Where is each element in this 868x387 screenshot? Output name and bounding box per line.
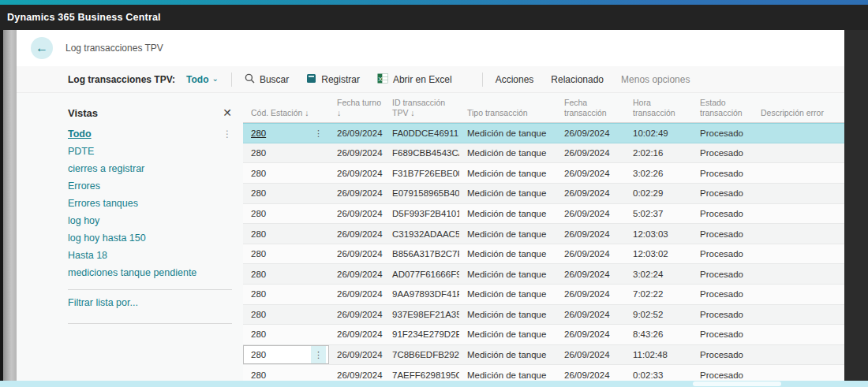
station-code-link[interactable]: 280 — [251, 128, 266, 138]
table-row[interactable]: 280⋮26/09/2024FA0DDCE46911...Medición de… — [243, 123, 844, 143]
table-cell[interactable]: F689CBB4543CA... — [384, 148, 459, 158]
table-cell[interactable]: AD077F61666F9... — [384, 270, 459, 279]
table-cell[interactable]: Medición de tanque — [459, 310, 556, 319]
table-cell[interactable]: 26/09/2024 — [329, 370, 384, 380]
table-cell[interactable]: 2:02:16 — [625, 148, 692, 158]
table-cell[interactable]: Medición de tanque — [459, 350, 556, 359]
table-cell[interactable]: Medición de tanque — [459, 148, 556, 158]
table-cell[interactable]: Procesado — [692, 229, 753, 239]
column-header[interactable]: Descripción error — [753, 108, 844, 118]
column-header[interactable]: Fecha turno↓ — [329, 98, 384, 118]
station-code-link[interactable]: 280 — [251, 249, 266, 259]
station-code-cell[interactable]: 280 — [243, 244, 329, 264]
station-code-link[interactable]: 280 — [251, 370, 266, 380]
sidebar-view-item[interactable]: mediciones tanque pendiente — [68, 264, 243, 281]
table-cell[interactable]: 26/09/2024 — [329, 209, 384, 218]
station-code-link[interactable]: 280 — [251, 350, 266, 359]
station-code-cell[interactable]: 280 — [243, 204, 329, 224]
table-cell[interactable]: 3:02:24 — [625, 270, 692, 279]
sidebar-view-item[interactable]: Errores tanques — [68, 195, 243, 212]
table-cell[interactable]: 26/09/2024 — [329, 229, 384, 239]
station-code-link[interactable]: 280 — [251, 310, 266, 319]
column-header[interactable]: Cód. Estación ↓ — [243, 108, 329, 118]
table-cell[interactable]: F31B7F26EBE00... — [384, 169, 459, 178]
table-cell[interactable]: 7AEFF6298195C... — [384, 370, 459, 380]
table-cell[interactable]: 26/09/2024 — [556, 128, 625, 138]
table-cell[interactable]: Medición de tanque — [459, 169, 556, 178]
table-cell[interactable]: 26/09/2024 — [556, 188, 625, 198]
table-cell[interactable]: 9AA97893DF41F... — [384, 289, 459, 299]
station-code-cell[interactable]: 280 — [243, 285, 329, 304]
table-row[interactable]: 28026/09/2024937E98EF21A35...Medición de… — [243, 305, 844, 326]
station-code-link[interactable]: 280 — [251, 270, 266, 279]
table-row[interactable]: 28026/09/2024B856A317B2C7F...Medición de… — [243, 244, 844, 265]
menos-opciones-button[interactable]: Menos opciones — [621, 74, 690, 85]
table-cell[interactable]: 12:03:02 — [625, 249, 692, 259]
table-cell[interactable]: 9:02:52 — [625, 310, 692, 319]
close-icon[interactable]: ✕ — [223, 106, 232, 119]
table-row[interactable]: 28026/09/2024F31B7F26EBE00...Medición de… — [243, 163, 844, 184]
table-cell[interactable]: 3:02:26 — [625, 169, 692, 178]
station-code-cell[interactable]: 280⋮ — [243, 345, 329, 365]
station-code-cell[interactable]: 280 — [243, 163, 329, 183]
table-cell[interactable]: 26/09/2024 — [556, 270, 625, 279]
table-cell[interactable]: Procesado — [692, 148, 753, 158]
table-row[interactable]: 28026/09/2024E079158965B40...Medición de… — [243, 184, 844, 204]
table-cell[interactable]: 26/09/2024 — [556, 329, 625, 339]
table-cell[interactable]: Procesado — [692, 128, 753, 138]
column-header[interactable]: Estadotransacción — [692, 98, 753, 118]
table-cell[interactable]: 26/09/2024 — [329, 329, 384, 339]
sidebar-view-item[interactable]: cierres a registrar — [68, 160, 243, 177]
station-code-cell[interactable]: 280 — [243, 184, 329, 203]
view-filter-dropdown[interactable]: Todo ⌄ — [186, 74, 219, 85]
station-code-link[interactable]: 280 — [251, 169, 266, 178]
table-cell[interactable]: 26/09/2024 — [556, 209, 625, 218]
table-cell[interactable]: Procesado — [692, 370, 753, 380]
column-header[interactable]: Fechatransacción — [556, 98, 625, 118]
table-row[interactable]: 28026/09/20249AA97893DF41F...Medición de… — [243, 285, 844, 305]
table-cell[interactable]: 26/09/2024 — [329, 148, 384, 158]
table-cell[interactable]: 12:03:03 — [625, 229, 692, 239]
table-cell[interactable]: 26/09/2024 — [556, 370, 625, 380]
table-cell[interactable]: 7:02:22 — [625, 289, 692, 299]
row-menu-icon[interactable]: ⋮ — [311, 345, 326, 365]
sidebar-view-item[interactable]: PDTE — [68, 143, 243, 160]
table-cell[interactable]: Procesado — [692, 209, 753, 218]
sidebar-view-item[interactable]: Errores — [68, 177, 243, 195]
table-cell[interactable]: FA0DDCE46911... — [384, 128, 459, 138]
table-row[interactable]: 28026/09/2024C31932ADAAC5...Medición de … — [243, 224, 844, 244]
table-cell[interactable]: Procesado — [692, 188, 753, 198]
table-cell[interactable]: Procesado — [692, 249, 753, 259]
table-cell[interactable]: Medición de tanque — [459, 329, 556, 339]
column-header[interactable]: ID transacciónTPV ↓ — [384, 98, 459, 118]
station-code-cell[interactable]: 280 — [243, 264, 329, 284]
table-row[interactable]: 28026/09/20247AEFF6298195C...Medición de… — [243, 365, 844, 381]
table-cell[interactable]: D5F993F2B4101... — [384, 209, 459, 218]
table-cell[interactable]: 26/09/2024 — [329, 270, 384, 279]
horizontal-scrollbar[interactable] — [693, 381, 781, 386]
table-cell[interactable]: 0:02:29 — [625, 188, 692, 198]
table-row[interactable]: 28026/09/2024AD077F61666F9...Medición de… — [243, 264, 844, 285]
table-cell[interactable]: 0:02:33 — [625, 370, 692, 380]
table-cell[interactable]: C31932ADAAC5... — [384, 229, 459, 239]
registrar-button[interactable]: Registrar — [306, 73, 360, 86]
filter-list-by-link[interactable]: Filtrar lista por... — [68, 290, 243, 315]
sidebar-view-item[interactable]: log hoy hasta 150 — [68, 229, 243, 247]
table-cell[interactable]: 26/09/2024 — [329, 169, 384, 178]
table-row[interactable]: 28026/09/202491F234E279D2E...Medición de… — [243, 325, 844, 345]
table-cell[interactable]: 26/09/2024 — [556, 249, 625, 259]
table-row[interactable]: 28026/09/2024D5F993F2B4101...Medición de… — [243, 204, 844, 225]
search-button[interactable]: Buscar — [245, 73, 289, 86]
table-cell[interactable]: 5:02:37 — [625, 209, 692, 218]
table-cell[interactable]: Procesado — [692, 169, 753, 178]
table-cell[interactable]: 26/09/2024 — [556, 310, 625, 319]
station-code-cell[interactable]: 280 — [243, 365, 329, 381]
table-cell[interactable]: B856A317B2C7F... — [384, 249, 459, 259]
table-cell[interactable]: 26/09/2024 — [329, 350, 384, 359]
table-cell[interactable]: 10:02:49 — [625, 128, 692, 138]
table-cell[interactable]: Procesado — [692, 289, 753, 299]
table-cell[interactable]: 26/09/2024 — [329, 289, 384, 299]
table-cell[interactable]: 26/09/2024 — [329, 128, 384, 138]
table-cell[interactable]: Medición de tanque — [459, 289, 556, 299]
table-cell[interactable]: 26/09/2024 — [556, 229, 625, 239]
